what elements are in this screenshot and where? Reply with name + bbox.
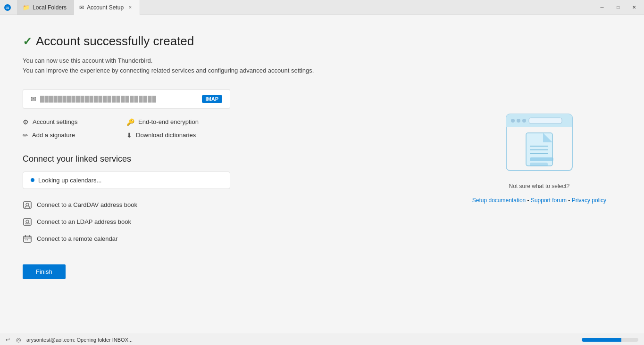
looking-up-bar: Looking up calendars... (23, 172, 230, 189)
success-heading: ✓ Account successfully created (23, 34, 621, 49)
illustration (502, 109, 577, 175)
gear-icon: ⚙ (23, 118, 29, 126)
statusbar: ↵ ◎ arysontest@aol.com: Opening folder I… (0, 334, 644, 345)
svg-text:✉: ✉ (6, 6, 9, 10)
separator1: - (526, 197, 531, 204)
progress-bar (582, 338, 638, 342)
not-sure-text: Not sure what to select? (509, 183, 570, 189)
imap-badge: IMAP (202, 95, 223, 103)
carddav-icon (23, 200, 32, 210)
close-button[interactable]: ✕ (628, 3, 640, 12)
calendar-icon (23, 234, 32, 244)
calendar-label: Connect to a remote calendar (37, 235, 117, 242)
account-email: ██████████████████████████ (40, 96, 157, 102)
tabs-container: 📁 Local Folders ✉ Account Setup × (17, 0, 592, 15)
signature-link[interactable]: ✏ Add a signature (23, 131, 126, 139)
maximize-button[interactable]: □ (612, 3, 624, 12)
tab-local-folders-label: Local Folders (33, 4, 67, 11)
svg-point-17 (517, 119, 520, 123)
help-links: Setup documentation - Support forum - Pr… (472, 197, 606, 204)
encryption-label: End-to-end encryption (138, 118, 199, 125)
progress-bar-fill (582, 338, 621, 342)
svg-rect-7 (24, 236, 31, 242)
svg-rect-4 (24, 219, 31, 225)
key-icon: 🔑 (126, 118, 134, 126)
tab-local-folders[interactable]: 📁 Local Folders (17, 0, 74, 15)
success-title: Account successfully created (36, 34, 194, 49)
setup-doc-link[interactable]: Setup documentation (472, 197, 526, 204)
email-tab-icon: ✉ (79, 4, 84, 11)
finish-button[interactable]: Finish (23, 264, 66, 279)
support-forum-link[interactable]: Support forum (531, 197, 567, 204)
ldap-label: Connect to an LDAP address book (37, 218, 131, 225)
svg-rect-19 (529, 118, 562, 123)
tab-account-setup-label: Account Setup (87, 4, 124, 11)
tab-account-setup[interactable]: ✉ Account Setup × (74, 0, 140, 15)
statusbar-text: arysontest@aol.com: Opening folder INBOX… (26, 337, 576, 343)
app-icon: ✉ (4, 4, 11, 11)
pen-icon: ✏ (23, 131, 28, 139)
ldap-icon (23, 217, 32, 227)
signature-label: Add a signature (32, 131, 75, 139)
account-settings-label: Account settings (33, 118, 77, 125)
minimize-button[interactable]: ─ (596, 3, 608, 12)
carddav-label: Connect to a CardDAV address book (37, 201, 137, 208)
svg-rect-15 (506, 123, 572, 127)
svg-rect-2 (24, 202, 31, 208)
account-settings-link[interactable]: ⚙ Account settings (23, 118, 126, 126)
tab-close-button[interactable]: × (126, 4, 134, 11)
svg-point-18 (522, 119, 526, 123)
dictionaries-label: Download dictionaries (136, 131, 196, 139)
calendar-link[interactable]: Connect to a remote calendar (23, 230, 621, 247)
separator2: - (567, 197, 572, 204)
actions-grid: ⚙ Account settings 🔑 End-to-end encrypti… (23, 118, 230, 139)
success-subtitle: You can now use this account with Thunde… (23, 56, 621, 76)
svg-point-11 (25, 239, 26, 240)
statusbar-arrow-icon: ↵ (6, 337, 10, 343)
spinner-icon (31, 178, 34, 182)
svg-point-5 (26, 220, 29, 223)
subtitle-line1: You can now use this account with Thunde… (23, 56, 621, 66)
check-icon: ✓ (23, 35, 32, 48)
account-card: ✉ ██████████████████████████ IMAP (23, 89, 230, 109)
app-icon-area: ✉ (0, 0, 17, 15)
ldap-link[interactable]: Connect to an LDAP address book (23, 214, 621, 230)
dictionaries-link[interactable]: ⬇ Download dictionaries (126, 131, 230, 139)
subtitle-line2: You can improve the experience by connec… (23, 66, 621, 76)
main-content: ✓ Account successfully created You can n… (0, 15, 644, 334)
svg-point-16 (511, 119, 515, 123)
folder-icon: 📁 (23, 4, 30, 11)
window-controls: ─ □ ✕ (592, 0, 644, 15)
right-panel: Not sure what to select? Setup documenta… (472, 109, 606, 204)
privacy-policy-link[interactable]: Privacy policy (572, 197, 606, 204)
email-icon: ✉ (31, 95, 36, 103)
svg-rect-27 (530, 163, 548, 166)
account-email-row: ✉ ██████████████████████████ (31, 95, 157, 103)
svg-rect-26 (530, 157, 553, 161)
looking-up-text: Looking up calendars... (38, 177, 101, 184)
statusbar-signal-icon: ◎ (16, 337, 21, 343)
svg-point-3 (26, 203, 29, 206)
svg-point-12 (27, 239, 28, 240)
encryption-link[interactable]: 🔑 End-to-end encryption (126, 118, 230, 126)
titlebar: ✉ 📁 Local Folders ✉ Account Setup × ─ □ … (0, 0, 644, 15)
download-icon: ⬇ (126, 131, 132, 139)
